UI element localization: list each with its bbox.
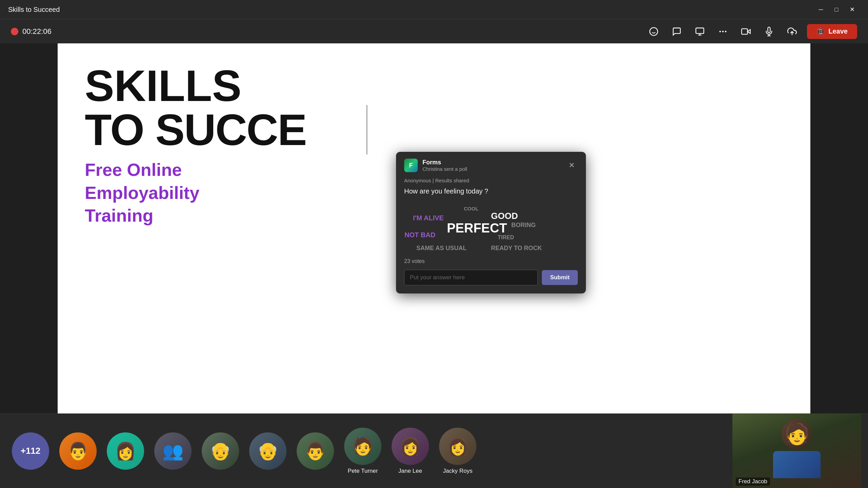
name-pete: Pete Turner: [348, 468, 378, 474]
poll-app-info: Forms Christina sent a poll: [422, 159, 467, 172]
avatar-6: 👴: [249, 432, 287, 470]
word-ready-to-rock: READY TO ROCK: [491, 245, 542, 252]
poll-modal: F Forms Christina sent a poll ✕ Anonymou…: [396, 152, 586, 293]
participant-jane: 👩 Jane Lee: [387, 428, 434, 474]
avatar-5: 👴: [202, 432, 239, 470]
name-jane: Jane Lee: [398, 468, 422, 474]
fred-face: 🧑: [782, 419, 812, 449]
fred-name-label: Fred Jacob: [736, 477, 770, 486]
recording-time: 00:22:06: [22, 27, 52, 36]
participant-4: 👥: [149, 432, 197, 470]
word-not-bad: NOT BAD: [405, 231, 435, 239]
title-bar: Skills to Succeed ─ □ ✕: [0, 0, 868, 19]
chat-button[interactable]: [669, 23, 685, 40]
maximize-button[interactable]: □: [829, 2, 844, 17]
participant-5: 👴: [197, 432, 244, 470]
poll-header: F Forms Christina sent a poll ✕: [396, 152, 586, 178]
word-cool: COOL: [464, 206, 478, 211]
meeting-controls: 📵 Leave: [646, 23, 857, 40]
recording-indicator: 00:22:06: [11, 27, 52, 36]
leave-phone-icon: 📵: [816, 27, 825, 36]
poll-word-cloud: I'M ALIVE COOL GOOD NOT BAD PERFECT BORI…: [396, 201, 586, 258]
leave-button[interactable]: 📵 Leave: [807, 24, 857, 39]
poll-header-left: F Forms Christina sent a poll: [404, 159, 467, 172]
word-im-alive: I'M ALIVE: [413, 214, 444, 222]
slide-title-line2: TO SUCCEED: [85, 108, 783, 152]
participant-6: 👴: [244, 432, 292, 470]
svg-rect-3: [696, 28, 704, 33]
recording-dot: [11, 28, 18, 35]
avatar-2: 👨: [59, 432, 97, 470]
participant-3: 👩: [102, 432, 149, 470]
poll-question: How are you feeling today ?: [396, 186, 586, 201]
fred-figure: 🧑: [773, 419, 821, 478]
mic-button[interactable]: [761, 23, 777, 40]
participant-jacky: 👩 Jacky Roys: [434, 428, 481, 474]
name-jacky: Jacky Roys: [443, 468, 473, 474]
svg-point-7: [722, 30, 724, 32]
avatar-3: 👩: [107, 432, 144, 470]
poll-footer: Submit: [396, 270, 586, 293]
participant-7: 👨: [292, 432, 339, 470]
avatar-jacky: 👩: [439, 428, 476, 465]
meeting-bar: 00:22:06 📵 Leave: [0, 19, 868, 43]
participant-pete: 🧑 Pete Turner: [339, 428, 387, 474]
leave-label: Leave: [828, 27, 848, 35]
poll-answer-input[interactable]: [404, 270, 538, 285]
minimize-button[interactable]: ─: [813, 2, 829, 17]
poll-meta: Anonymous | Results shared: [396, 178, 586, 186]
more-badge: +112: [12, 432, 49, 470]
poll-close-button[interactable]: ✕: [566, 159, 578, 171]
avatar-7: 👨: [297, 432, 334, 470]
whiteboard-button[interactable]: [692, 23, 708, 40]
avatar-jane: 👩: [392, 428, 429, 465]
forms-icon: F: [404, 159, 418, 172]
avatar-pete: 🧑: [344, 428, 381, 465]
poll-submit-button[interactable]: Submit: [542, 270, 578, 285]
main-area: SKILLS TO SUCCEED Free Online Employabil…: [58, 43, 810, 413]
reactions-button[interactable]: [646, 23, 662, 40]
fred-body: [773, 451, 821, 478]
poll-app-name: Forms: [422, 159, 467, 166]
participant-2: 👨: [54, 432, 102, 470]
participants-strip: +112 👨 👩 👥 👴 👴 👨 🧑: [0, 413, 868, 488]
window-controls: ─ □ ✕: [813, 2, 860, 17]
fred-video-tile: 🧑 Fred Jacob: [732, 414, 861, 488]
avatar-4: 👥: [154, 432, 192, 470]
svg-point-6: [719, 30, 721, 32]
poll-votes: 23 votes: [396, 258, 586, 270]
word-perfect: PERFECT: [447, 221, 507, 236]
close-button[interactable]: ✕: [844, 2, 860, 17]
word-good: GOOD: [491, 211, 518, 221]
svg-point-8: [725, 30, 727, 32]
more-button[interactable]: [715, 23, 731, 40]
poll-sender: Christina sent a poll: [422, 166, 467, 172]
share-button[interactable]: [784, 23, 800, 40]
camera-button[interactable]: [738, 23, 754, 40]
app-title: Skills to Succeed: [8, 6, 60, 14]
word-boring: BORING: [511, 222, 536, 229]
more-participants: +112: [7, 432, 54, 470]
slide-title-line1: SKILLS: [85, 64, 783, 108]
svg-rect-9: [742, 28, 748, 34]
word-tired: Tired: [498, 235, 514, 241]
word-same-as-usual: SAME AS USUAL: [416, 245, 467, 252]
svg-point-0: [650, 27, 658, 35]
